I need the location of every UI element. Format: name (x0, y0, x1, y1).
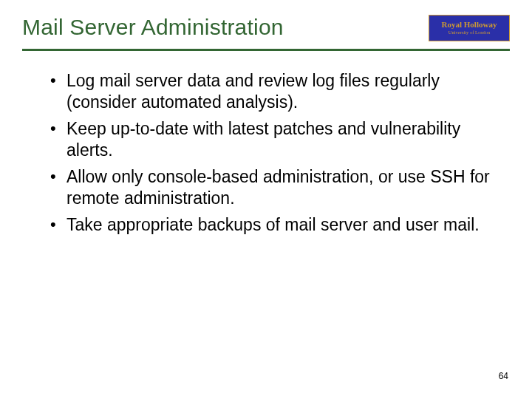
title-row: Mail Server Administration Royal Hollowa… (22, 15, 510, 41)
page-number: 64 (499, 371, 508, 381)
page-title: Mail Server Administration (22, 15, 284, 40)
bullet-list: Log mail server data and review log file… (22, 70, 510, 236)
logo-line2: University of London (449, 30, 490, 35)
list-item: Log mail server data and review log file… (50, 70, 510, 114)
list-item: Keep up-to-date with latest patches and … (50, 118, 510, 162)
list-item: Allow only console-based administration,… (50, 166, 510, 210)
list-item: Take appropriate backups of mail server … (50, 214, 510, 236)
institution-logo: Royal Holloway University of London (429, 15, 510, 41)
divider (22, 49, 510, 51)
slide: Mail Server Administration Royal Hollowa… (0, 0, 532, 399)
logo-line1: Royal Holloway (442, 21, 497, 29)
